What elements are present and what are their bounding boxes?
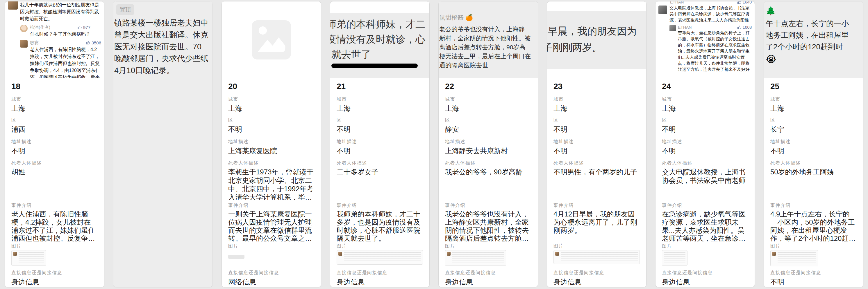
post-text-line: 晚敲邻居门，央求代少些纸 bbox=[113, 53, 213, 65]
post-text-line: 疫情没有及时就诊，心 bbox=[331, 32, 429, 47]
post-text-line: 医无对接医院而去世。70 bbox=[113, 41, 213, 53]
image-thumbnail[interactable] bbox=[445, 250, 506, 266]
image-thumbnail[interactable] bbox=[11, 250, 46, 266]
field-label-direct: 直接信息还是间接信息 bbox=[662, 270, 748, 276]
field-label-image: 图片 bbox=[770, 243, 857, 249]
field-label-image: 图片 bbox=[662, 243, 748, 249]
post-text: 交大电院退休教授，上海书协会员，书法家吴中南老师在急诊病逝，缺少氧气等医疗资源，… bbox=[670, 5, 752, 23]
field-value-direct: 身边信息 bbox=[337, 278, 423, 287]
image-thumbnail[interactable] bbox=[228, 255, 245, 259]
field-label-deceased: 死者大体描述 bbox=[662, 160, 748, 166]
field-label-image: 图片 bbox=[11, 243, 98, 249]
field-label-city: 城市 bbox=[11, 96, 98, 102]
field-value-city: 上海 bbox=[337, 104, 423, 113]
field-value-event: 4月12日早晨，我的朋友因为心梗永远离开了，儿子刚刚两岁。 bbox=[554, 210, 640, 242]
field-label-direct: 直接信息还是间接信息 bbox=[554, 270, 640, 276]
field-label-event: 事件介绍 bbox=[554, 203, 640, 208]
field-label-direct: 直接信息还是间接信息 bbox=[337, 270, 423, 276]
field-label-deceased: 死者大体描述 bbox=[770, 160, 857, 166]
post-text-line: 镇路某楼一楼独居老夫妇中 bbox=[113, 17, 213, 29]
field-label-direct: 直接信息还是间接信息 bbox=[228, 270, 314, 276]
field-value-direct: 身边信息 bbox=[11, 278, 98, 287]
field-label-event: 事件介绍 bbox=[445, 203, 531, 208]
like-count: 977 bbox=[83, 25, 90, 30]
record-card-18[interactable]: 我几十年前就认识的一位胡姓朋友也是因为封控、核酸检测等原因没有得到及时救治而死亡… bbox=[5, 1, 104, 287]
like-count: 1008 bbox=[743, 25, 752, 30]
field-value-direct: 身边信息 bbox=[445, 278, 531, 287]
field-value-direct: 身边信息 bbox=[554, 278, 640, 287]
pinned-badge: 置顶 bbox=[116, 4, 134, 15]
field-value-event: 我师弟的本科师妹，才二十多岁，也是因为疫情没有及时就诊，心脏不舒服送医院隔天就去… bbox=[337, 210, 423, 242]
field-label-address: 地址描述 bbox=[554, 139, 640, 145]
field-label-city: 城市 bbox=[228, 96, 314, 102]
record-card-19[interactable]: 置顶 镇路某楼一楼独居老夫妇中 曾是交大出版社翻译。休克 医无对接医院而去世。7… bbox=[113, 1, 213, 287]
record-number: 18 bbox=[11, 82, 98, 92]
thumbs-up-icon bbox=[737, 25, 742, 30]
field-value-deceased: 我老公的爷爷，90岁高龄 bbox=[445, 168, 531, 200]
field-value-deceased: 交大电院退休教授，上海书协会员，书法家吴中南老师 bbox=[662, 168, 748, 200]
record-number: 22 bbox=[445, 82, 531, 92]
post-text-line: 午十点左右，长宁的一小 bbox=[766, 18, 863, 29]
field-label-district: 区 bbox=[11, 117, 98, 123]
field-value-event: 4.9上午十点左右，长宁的一小区内，50岁的外地务工阿姨，在出租屋里心梗发作，等… bbox=[770, 210, 857, 242]
field-label-event: 事件介绍 bbox=[228, 203, 314, 208]
crying-emoji: 😭 bbox=[766, 54, 863, 65]
field-label-city: 城市 bbox=[770, 96, 857, 102]
field-label-address: 地址描述 bbox=[445, 139, 531, 145]
source-screenshot: 早晨，我的朋友因为 子刚刚两岁。 bbox=[547, 1, 646, 78]
record-number: 24 bbox=[662, 82, 748, 92]
field-label-district: 区 bbox=[770, 117, 857, 123]
field-value-address: 不明 bbox=[554, 146, 640, 155]
post-text-line: 早晨，我的朋友因为 bbox=[548, 23, 646, 39]
post-text-line: 新村，全家阴的情况下他阳性。被 bbox=[439, 34, 538, 43]
record-card-21[interactable]: 师弟的本科师妹，才二 疫情没有及时就诊，心 就去世了 21 城市 上海 区 不明… bbox=[330, 1, 430, 287]
post-text-line: 老公的爷爷也没有计入，上海静 bbox=[439, 25, 538, 34]
field-value-event: 老人住浦西，有陈旧性脑梗，4.2摔跤，女儿被封在浦东过不了江，妹妹们虽住浦西但也… bbox=[11, 210, 98, 242]
record-card-23[interactable]: 早晨，我的朋友因为 子刚刚两岁。 23 城市 上海 区 不明 地址描述 不明 死… bbox=[547, 1, 647, 287]
record-card-22[interactable]: 鼠甜橙酱 🍊 老公的爷爷也没有计入，上海静 新村，全家阴的情况下他阳性。被 离酒… bbox=[438, 1, 538, 287]
field-label-deceased: 死者大体描述 bbox=[11, 160, 98, 166]
field-label-direct: 直接信息还是间接信息 bbox=[445, 270, 531, 276]
field-value-city: 上海 bbox=[662, 104, 748, 113]
field-value-event: 一则关于上海某康复医院一位病人因疫情管理无人护理而去世的文章在微信群里流转。最早… bbox=[228, 210, 314, 242]
image-thumbnail[interactable] bbox=[662, 250, 687, 266]
post-text: 我几十年前就认识的一位胡姓朋友也是因为封控、核酸检测等原因没有得到及时救治而死亡… bbox=[20, 1, 101, 22]
record-card-24[interactable]: ETHAN 1040 交大电院退休教授，上海书协会员，书法家吴中南老师在急诊病逝… bbox=[655, 1, 755, 287]
image-thumbnail[interactable] bbox=[554, 250, 640, 264]
image-thumbnail[interactable] bbox=[770, 250, 818, 266]
avatar bbox=[8, 1, 18, 9]
field-value-district: 浦西 bbox=[11, 125, 98, 134]
field-value-district: 不明 bbox=[228, 125, 314, 134]
source-screenshot bbox=[222, 1, 321, 78]
avatar bbox=[338, 252, 342, 256]
field-label-deceased: 死者大体描述 bbox=[228, 160, 314, 166]
field-value-district: 不明 bbox=[662, 125, 748, 134]
field-label-deceased: 死者大体描述 bbox=[337, 160, 423, 166]
post-text-line: 曾是交大出版社翻译。休克 bbox=[113, 29, 213, 41]
field-value-direct: 不明 bbox=[770, 278, 857, 287]
field-value-district: 静安 bbox=[445, 125, 531, 134]
poster-name: 鼠甜橙酱 🍊 bbox=[439, 14, 538, 22]
field-label-city: 城市 bbox=[445, 96, 531, 102]
source-screenshot: ETHAN 1040 交大电院退休教授，上海书协会员，书法家吴中南老师在急诊病逝… bbox=[655, 1, 755, 78]
record-card-20[interactable]: 20 城市 上海 区 不明 地址描述 上海某康复医院 死者大体描述 李昶生于19… bbox=[221, 1, 321, 287]
field-label-address: 地址描述 bbox=[11, 139, 98, 145]
source-screenshot: 置顶 镇路某楼一楼独居老夫妇中 曾是交大出版社翻译。休克 医无对接医院而去世。7… bbox=[113, 1, 213, 287]
field-value-address: 上海某康复医院 bbox=[228, 146, 314, 155]
field-label-address: 地址描述 bbox=[662, 139, 748, 145]
field-value-direct: 网络信息 bbox=[228, 278, 314, 287]
avatar bbox=[447, 252, 451, 256]
avatar bbox=[658, 5, 667, 14]
field-label-direct: 直接信息还是间接信息 bbox=[11, 270, 98, 276]
source-screenshot: 我几十年前就认识的一位胡姓朋友也是因为封控、核酸检测等原因没有得到及时救治而死亡… bbox=[5, 1, 104, 78]
commenter-name: ETHAN bbox=[678, 25, 691, 30]
tree-emoji: 🌲 bbox=[766, 6, 863, 16]
like-count: 3506 bbox=[92, 40, 101, 45]
record-card-25[interactable]: 🌲 午十点左右，长宁的一小 地务工阿姨，在出租屋里 了2个小时的120赶到时 😭… bbox=[764, 1, 863, 287]
post-text-line: 子刚刚两岁。 bbox=[548, 39, 646, 56]
source-screenshot: 🌲 午十点左右，长宁的一小 地务工阿姨，在出租屋里 了2个小时的120赶到时 😭 bbox=[764, 1, 863, 78]
field-label-image: 图片 bbox=[554, 243, 640, 249]
field-label-city: 城市 bbox=[662, 96, 748, 102]
image-thumbnail[interactable] bbox=[337, 250, 423, 265]
commenter-name: 敏宴 bbox=[30, 40, 39, 45]
